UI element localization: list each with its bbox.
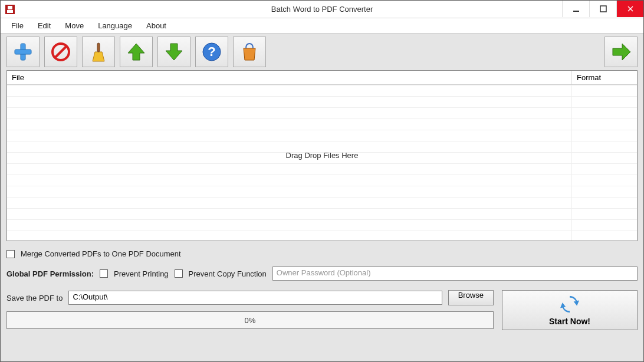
menu-edit[interactable]: Edit — [32, 19, 57, 32]
menu-about[interactable]: About — [140, 19, 172, 32]
app-icon — [5, 5, 15, 14]
drop-hint: Drag Drop Files Here — [286, 151, 359, 160]
permission-row: Global PDF Permission: Prevent Printing … — [6, 266, 638, 281]
grid-lines — [7, 85, 637, 241]
prevent-print-label: Prevent Printing — [114, 269, 169, 278]
permission-label: Global PDF Permission: — [6, 269, 94, 278]
svg-rect-3 — [573, 11, 579, 12]
svg-text:?: ? — [208, 44, 215, 59]
progress-bar: 0% — [6, 311, 494, 329]
close-button[interactable] — [616, 1, 643, 17]
prevent-print-checkbox[interactable] — [100, 269, 108, 278]
svg-line-6 — [628, 6, 633, 11]
owner-password-input[interactable]: Owner Password (Optional) — [272, 266, 638, 281]
toolbar: ? — [1, 34, 643, 70]
left-stack: Save the PDF to C:\Output\ Browse 0% — [6, 290, 494, 330]
progress-text: 0% — [245, 316, 256, 325]
column-header-file[interactable]: File — [7, 71, 572, 84]
move-down-button[interactable] — [157, 37, 190, 67]
svg-rect-8 — [15, 50, 31, 54]
prevent-copy-label: Prevent Copy Function — [189, 269, 267, 278]
menu-language[interactable]: Language — [92, 19, 138, 32]
merge-row: Merge Converted PDFs to One PDF Document — [6, 249, 638, 258]
grid-divider — [571, 85, 572, 241]
window-title: Batch Word to PDF Converter — [271, 5, 373, 14]
grid-header: File Format — [7, 71, 637, 85]
file-grid[interactable]: File Format Drag Drop Files Here — [6, 70, 638, 241]
start-button-label: Start Now! — [549, 317, 590, 326]
prevent-copy-checkbox[interactable] — [175, 269, 183, 278]
save-label: Save the PDF to — [6, 294, 63, 302]
titlebar: Batch Word to PDF Converter — [1, 1, 643, 18]
column-header-format[interactable]: Format — [572, 71, 637, 84]
svg-rect-11 — [97, 43, 100, 52]
minimize-button[interactable] — [562, 1, 589, 17]
output-path-input[interactable]: C:\Output\ — [68, 291, 442, 305]
grid-body[interactable]: Drag Drop Files Here — [7, 85, 637, 241]
start-button[interactable]: Start Now! — [502, 290, 638, 330]
window-controls — [562, 1, 643, 17]
bottom-row: Save the PDF to C:\Output\ Browse 0% Sta… — [6, 290, 638, 330]
convert-button[interactable] — [604, 37, 638, 67]
help-button[interactable]: ? — [195, 37, 228, 67]
clear-button[interactable] — [82, 37, 115, 67]
svg-line-5 — [628, 6, 633, 11]
remove-button[interactable] — [44, 37, 77, 67]
app-window: Batch Word to PDF Converter File Edit Mo… — [0, 0, 644, 362]
menubar: File Edit Move Language About — [1, 18, 643, 34]
add-button[interactable] — [6, 37, 40, 67]
svg-rect-2 — [8, 6, 12, 9]
content-area: File Format Drag Drop Files Here Merge C… — [1, 70, 643, 361]
refresh-icon — [560, 294, 580, 314]
merge-checkbox[interactable] — [6, 250, 15, 258]
menu-file[interactable]: File — [5, 19, 29, 32]
shop-button[interactable] — [233, 37, 266, 67]
svg-rect-1 — [7, 10, 13, 13]
svg-rect-4 — [600, 6, 606, 12]
options-panel: Merge Converted PDFs to One PDF Document… — [6, 241, 638, 330]
maximize-button[interactable] — [589, 1, 616, 17]
browse-button[interactable]: Browse — [448, 290, 494, 305]
save-row: Save the PDF to C:\Output\ Browse — [6, 290, 494, 305]
svg-line-10 — [55, 46, 67, 58]
menu-move[interactable]: Move — [59, 19, 90, 32]
merge-label: Merge Converted PDFs to One PDF Document — [21, 249, 181, 258]
move-up-button[interactable] — [120, 37, 153, 67]
